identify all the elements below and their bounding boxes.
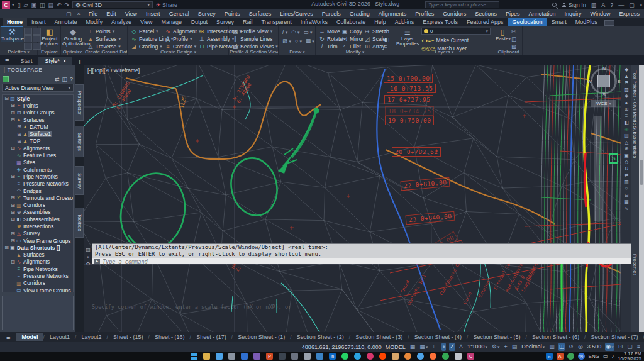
model-space-toggle[interactable]: MODEL: [386, 344, 406, 350]
taskbar-monitor-app-icon[interactable]: [316, 353, 323, 360]
taskbar-chrome-app-icon[interactable]: [417, 353, 424, 360]
taskbar-app-blue-icon[interactable]: [241, 353, 248, 360]
palette-tool-icon[interactable]: ▨: [624, 87, 629, 92]
status-toggle-icon[interactable]: ▤: [511, 343, 518, 351]
tree-item-survey[interactable]: ⊞△Survey: [3, 230, 73, 237]
palette-tool-icon[interactable]: ▤: [624, 133, 629, 138]
doc-minimize-button[interactable]: —: [55, 11, 60, 17]
button-trim[interactable]: /Trim: [319, 43, 338, 50]
palette-tool-icon[interactable]: ▲: [624, 74, 629, 79]
taskbar-search-app-icon[interactable]: [404, 353, 411, 360]
tree-item-corridors[interactable]: ⊞▥Corridors: [3, 201, 73, 208]
status-toggle-icon[interactable]: ▦: [409, 343, 416, 351]
ribbon-tab-analyze[interactable]: Analyze: [107, 18, 136, 26]
status-toggle-icon[interactable]: ▢: [626, 343, 633, 351]
open-folder-icon[interactable]: ▱: [23, 2, 28, 8]
palette-tool-icon[interactable]: ◧: [624, 119, 629, 125]
palette-tool-icon[interactable]: ◇: [625, 159, 628, 165]
tab-tool-palettes[interactable]: Tool Palettes - Civil Metric Subassembli…: [632, 70, 638, 158]
layout-tab-section-sheet-6-[interactable]: Section Sheet - (6): [527, 333, 584, 341]
tree-item-pipe-networks[interactable]: ≡Pipe Networks: [3, 265, 73, 272]
toolspace-tab-toolbox[interactable]: Toolbox: [75, 208, 84, 238]
ribbon-tab-addins[interactable]: Add-ins: [391, 18, 419, 26]
tray-linkedin-icon[interactable]: in: [546, 353, 553, 360]
status-toggle-icon[interactable]: ▥: [548, 343, 555, 351]
taskbar-reddit-app-icon[interactable]: [379, 353, 386, 360]
button-assembly[interactable]: ⊥Assembly▾: [199, 35, 234, 42]
wcs-dropdown[interactable]: WCS▾: [591, 100, 616, 107]
tree-expander-icon[interactable]: ⊞: [10, 174, 16, 179]
button-surfaces[interactable]: ▲Surfaces▾: [87, 35, 121, 42]
tree-item-corridors[interactable]: ▥Corridors: [3, 280, 73, 287]
match-props-icon[interactable]: ▧: [511, 43, 516, 50]
ribbon-tab-view[interactable]: View: [136, 18, 157, 26]
sign-in-button[interactable]: Sign In: [562, 2, 586, 8]
layout-tab-layout2[interactable]: Layout2: [76, 333, 106, 341]
ribbon-tab-transparent[interactable]: Transparent: [257, 18, 296, 26]
menu-grading[interactable]: Grading: [345, 11, 374, 17]
palette-tool-icon[interactable]: ◈: [625, 93, 628, 99]
tree-item-pressure-networks[interactable]: ≡Pressure Networks: [3, 181, 73, 187]
palette-grip[interactable]: [640, 160, 643, 185]
share-button[interactable]: ✈ Share: [156, 2, 177, 8]
tree-item-points[interactable]: ⊞+Points: [3, 102, 73, 109]
button-points[interactable]: +Points▾: [87, 28, 114, 35]
status-toggle-icon[interactable]: ∟: [431, 343, 438, 351]
search-icon[interactable]: [552, 3, 557, 7]
line-tool-icon[interactable]: / ▾: [282, 29, 287, 35]
menu-profiles[interactable]: Profiles: [411, 11, 438, 17]
palette-scrollbar-ghost[interactable]: [594, 116, 602, 221]
tree-item-intersections[interactable]: ⊗Intersections: [3, 223, 73, 230]
tree-expander-icon[interactable]: ⊞: [10, 209, 16, 215]
tree-item-alignments[interactable]: ⊞∿Alignments: [3, 145, 73, 152]
panel-layout-icon[interactable]: ◫: [62, 76, 67, 82]
palette-tool-icon[interactable]: ⊟: [625, 192, 629, 198]
doc-tab-start[interactable]: Start: [14, 57, 38, 65]
menu-pipes[interactable]: Pipes: [501, 11, 525, 17]
taskbar-settings-app-icon[interactable]: [228, 353, 235, 360]
status-toggle-icon[interactable]: ⚙▾: [491, 343, 501, 351]
help-search-input[interactable]: Type a keyword or phrase: [425, 1, 499, 8]
menu-annotation[interactable]: Annotation: [524, 11, 560, 17]
taskbar-file-explorer-icon[interactable]: [203, 353, 210, 360]
layout-tab-layout1[interactable]: Layout1: [45, 333, 75, 341]
region-tool-icon[interactable]: ▦ ▾: [306, 38, 314, 44]
button-fillet[interactable]: ◜Fillet: [341, 43, 361, 50]
ribbon-tab-infraworks[interactable]: InfraWorks: [296, 18, 332, 26]
palette-tool-icon[interactable]: ⊕: [625, 146, 629, 152]
ribbon-tab-output[interactable]: Output: [186, 18, 212, 26]
tree-expander-icon[interactable]: ⊞: [10, 103, 16, 108]
ribbon-media-icon[interactable]: [604, 20, 614, 26]
toolspace-tab-settings[interactable]: Settings: [75, 126, 84, 157]
view-selector-dropdown[interactable]: Active Drawing View▾: [2, 84, 74, 92]
compass-west[interactable]: W: [587, 79, 592, 84]
grading-optimization-button[interactable]: ◆Grading Optimization: [62, 27, 84, 47]
layout-tab-sheet-17-[interactable]: Sheet - (17): [191, 333, 231, 341]
ribbon-tab-modify[interactable]: Modify: [82, 18, 108, 26]
status-toggle-icon[interactable]: ∆: [458, 343, 464, 351]
drawing-canvas[interactable]: [-][Top][2D Wireframe] Specify corner of…: [84, 65, 621, 332]
doc-tab-close-icon[interactable]: ×: [63, 58, 66, 64]
tree-item-surfaces[interactable]: ▲Surfaces: [3, 252, 73, 258]
palette-tool-icon[interactable]: ≡: [625, 113, 628, 119]
button-rotate[interactable]: ↻Rotate: [319, 35, 343, 42]
ribbon-tab-smart[interactable]: Smart: [547, 18, 571, 26]
maximize-button[interactable]: ▢: [629, 2, 635, 8]
menu-surfaces[interactable]: Surfaces: [245, 11, 276, 17]
ribbon-tab-modplus[interactable]: ModPlus: [571, 18, 602, 26]
button-stretch[interactable]: ↦Stretch: [364, 28, 389, 35]
palette-tool-icon[interactable]: ⇄: [625, 172, 629, 178]
menu-corridors[interactable]: Corridors: [438, 11, 470, 17]
tree-expander-icon[interactable]: ⊞: [10, 195, 16, 201]
layout-tab-sheet-15-[interactable]: Sheet - (15): [108, 333, 148, 341]
app-logo-icon[interactable]: C: [2, 1, 10, 9]
compass-south[interactable]: S: [602, 92, 606, 97]
doc-tab-style[interactable]: Style*×: [38, 57, 72, 65]
layout-tab-section-sheet-4-[interactable]: Section Sheet - (4): [409, 333, 467, 341]
cart-icon[interactable]: ▥: [591, 2, 597, 8]
tree-item-datum[interactable]: ⊞▲DATUM: [3, 123, 73, 130]
ribbon-tab-collaborate[interactable]: Collaborate: [332, 18, 370, 26]
help-icon[interactable]: ?: [610, 2, 613, 8]
layout-tab-section-sheet-1-[interactable]: Section Sheet - (1): [233, 333, 290, 341]
doc-restore-button[interactable]: ▢: [66, 11, 72, 17]
